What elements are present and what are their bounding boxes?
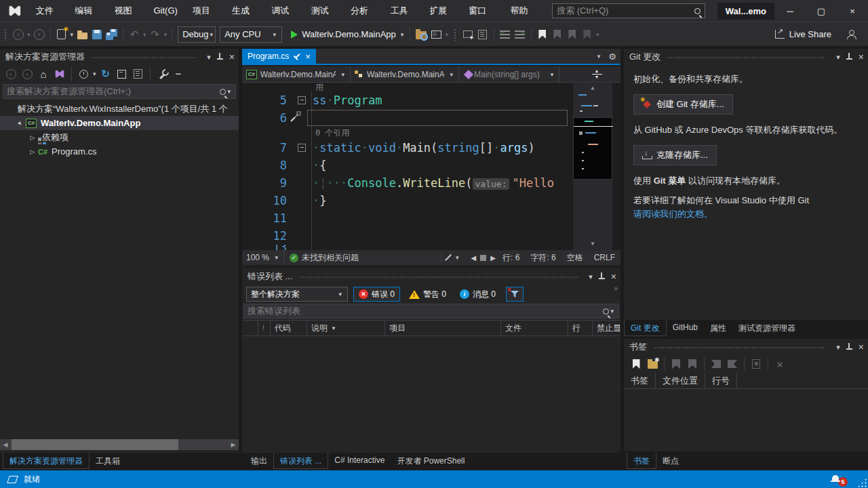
prev-bookmark-button[interactable] bbox=[550, 26, 565, 43]
live-share-button[interactable]: Live Share bbox=[774, 26, 833, 43]
fold-collapse-icon[interactable]: − bbox=[298, 144, 306, 152]
menu-item-0[interactable]: 文件(F) bbox=[28, 0, 68, 22]
project-dropdown[interactable]: C# Walterlv.Demo.MainA▾ bbox=[242, 66, 351, 82]
change-block-icon[interactable] bbox=[480, 255, 486, 261]
navigate-back-button[interactable]: ‹ bbox=[11, 26, 26, 43]
filter-button[interactable] bbox=[506, 287, 524, 302]
bm-next-button[interactable] bbox=[684, 355, 701, 373]
errors-filter-button[interactable]: ✕ 错误 0 bbox=[353, 287, 400, 302]
close-button[interactable]: × bbox=[837, 0, 868, 22]
scroll-up-icon[interactable]: ▲ bbox=[573, 85, 612, 91]
scroll-right-icon[interactable]: ▶ bbox=[228, 441, 239, 448]
column-indicator[interactable]: 字符: 6 bbox=[530, 252, 555, 264]
document-outline-button[interactable] bbox=[475, 26, 490, 43]
redo-dropdown-icon[interactable]: ▾ bbox=[163, 31, 169, 38]
code-line-13[interactable]: 13 bbox=[242, 245, 620, 250]
quick-search-box[interactable]: 搜索 (Ctrl+Q) bbox=[552, 3, 705, 18]
right-tab-1[interactable]: 断点 bbox=[656, 453, 685, 469]
se-filter-dropdown-icon[interactable]: ▾ bbox=[92, 70, 98, 77]
error-col-severity[interactable]: ! bbox=[258, 320, 271, 336]
bm-disable-all-button[interactable] bbox=[748, 355, 764, 373]
se-back-button[interactable]: ‹ bbox=[3, 65, 19, 83]
warnings-filter-button[interactable]: 警告 0 bbox=[404, 287, 451, 302]
window-position-dropdown-icon[interactable]: ▾ bbox=[836, 53, 840, 62]
solution-search-box[interactable]: 搜索解决方案资源管理器(Ctrl+;) ▾ bbox=[3, 84, 236, 99]
bookmark-col-1[interactable]: 文件位置 bbox=[656, 373, 705, 389]
code-health-indicator[interactable]: ✓ 未找到相关问题 bbox=[290, 252, 359, 264]
right-tab-0[interactable]: 书签 bbox=[627, 453, 656, 469]
feedback-button[interactable] bbox=[844, 26, 859, 43]
background-tasks-icon[interactable] bbox=[7, 476, 18, 483]
bm-new-folder-button[interactable] bbox=[644, 355, 660, 373]
quick-actions-screwdriver-icon[interactable] bbox=[290, 111, 301, 125]
scroll-left-icon[interactable]: ◀ bbox=[0, 441, 11, 448]
error-list-titlebar[interactable]: 错误列表 ... ▾ × bbox=[242, 268, 620, 285]
search-dropdown-icon[interactable]: ▾ bbox=[226, 88, 232, 95]
code-cleanup-icon[interactable] bbox=[445, 254, 452, 261]
sort-filter-icon[interactable]: ▼ bbox=[331, 325, 336, 331]
error-col-2[interactable]: 项目 bbox=[385, 320, 501, 336]
bm-delete-button[interactable]: × bbox=[772, 355, 788, 373]
bm-prev-button[interactable] bbox=[668, 355, 684, 373]
error-col-5[interactable]: 禁止显示 bbox=[593, 320, 620, 336]
code-line-12[interactable]: 12 bbox=[242, 227, 620, 245]
se-collapse-all-button[interactable] bbox=[114, 65, 130, 83]
shift-right-button[interactable] bbox=[513, 26, 528, 43]
clone-repo-button[interactable]: 克隆存储库... bbox=[633, 145, 717, 165]
find-in-files-button[interactable] bbox=[414, 26, 429, 43]
start-debug-button[interactable]: Walterlv.Demo.MainApp ▾ bbox=[284, 26, 406, 43]
minimap-viewport[interactable] bbox=[573, 117, 612, 180]
bm-prev-folder-button[interactable] bbox=[708, 355, 724, 373]
new-project-button[interactable] bbox=[54, 26, 69, 43]
bookmark-col-0[interactable]: 书签 bbox=[624, 373, 656, 389]
se-switch-views-button[interactable] bbox=[52, 65, 68, 83]
code-line-8[interactable]: 8·{ bbox=[242, 157, 620, 174]
tree-item-1[interactable]: ▸C#Walterlv.Demo.MainApp bbox=[0, 116, 239, 130]
toolbar-grip[interactable] bbox=[4, 28, 7, 41]
menu-item-7[interactable]: 测试(S) bbox=[304, 0, 343, 22]
se-forward-button[interactable]: › bbox=[19, 65, 35, 83]
git-tab-1[interactable]: GitHub bbox=[667, 320, 704, 336]
center-tab-1[interactable]: 错误列表 ... bbox=[273, 453, 328, 469]
fold-collapse-icon[interactable]: − bbox=[298, 96, 306, 104]
environment-button[interactable] bbox=[429, 26, 443, 43]
cleanup-dropdown-icon[interactable]: ▾ bbox=[454, 254, 460, 261]
toolbar-grip-2[interactable] bbox=[454, 28, 456, 41]
shift-left-button[interactable] bbox=[498, 26, 513, 43]
undo-dropdown-icon[interactable]: ▾ bbox=[142, 31, 148, 38]
codelens-label[interactable]: 0 个引用 bbox=[315, 127, 349, 139]
tab-close-icon[interactable]: × bbox=[305, 52, 311, 62]
se-preview-button[interactable]: − bbox=[170, 65, 186, 83]
collapse-arrow-icon[interactable]: ▷ bbox=[28, 148, 37, 155]
tree-item-2[interactable]: ▷依赖项 bbox=[0, 130, 239, 144]
error-col-0[interactable]: 代码 bbox=[271, 320, 307, 336]
code-line-6[interactable]: 6 bbox=[242, 109, 620, 127]
error-col-3[interactable]: 文件 bbox=[501, 320, 568, 336]
se-horizontal-scrollbar[interactable]: ◀ ▶ bbox=[0, 439, 239, 450]
bookmarks-body[interactable] bbox=[624, 389, 868, 450]
debug-target-combo[interactable]: Debug▾ bbox=[178, 26, 216, 43]
member-dropdown[interactable]: Main(string[] args)▾ bbox=[459, 66, 559, 82]
save-button[interactable] bbox=[90, 26, 104, 43]
tree-item-0[interactable]: 解决方案“Walterlv.WixInstallerDemo”(1 个项目/共 … bbox=[0, 102, 239, 116]
solution-explorer-titlebar[interactable]: 解决方案资源管理器 ▾ × bbox=[0, 49, 239, 65]
close-icon[interactable]: × bbox=[859, 52, 864, 62]
menu-item-12[interactable]: 帮助(H) bbox=[502, 0, 542, 22]
center-tab-2[interactable]: C# Interactive bbox=[328, 453, 391, 469]
menu-item-10[interactable]: 扩展(X) bbox=[422, 0, 461, 22]
menu-item-5[interactable]: 生成(B) bbox=[224, 0, 264, 22]
code-line-5[interactable]: 5−ss·Program bbox=[242, 92, 620, 109]
center-tab-0[interactable]: 输出 bbox=[245, 453, 273, 469]
notifications-bell-icon[interactable] bbox=[831, 475, 840, 483]
se-refresh-button[interactable]: ↻ bbox=[98, 65, 114, 83]
error-scope-combo[interactable]: 整个解决方案▾ bbox=[246, 287, 348, 302]
git-tab-2[interactable]: 属性 bbox=[704, 320, 732, 336]
menu-item-1[interactable]: 编辑(E) bbox=[67, 0, 106, 22]
git-changes-titlebar[interactable]: Git 更改 ▾ × bbox=[624, 49, 868, 65]
code-line-9[interactable]: 9·¦···Console.WriteLine(value:"Hello bbox=[242, 174, 620, 192]
menu-item-11[interactable]: 窗口(W) bbox=[461, 0, 502, 22]
se-properties-button[interactable] bbox=[130, 65, 146, 83]
tree-item-3[interactable]: ▷C#Program.cs bbox=[0, 144, 239, 159]
close-icon[interactable]: × bbox=[859, 342, 864, 352]
whitespace-indicator[interactable]: 空格 bbox=[567, 252, 583, 264]
